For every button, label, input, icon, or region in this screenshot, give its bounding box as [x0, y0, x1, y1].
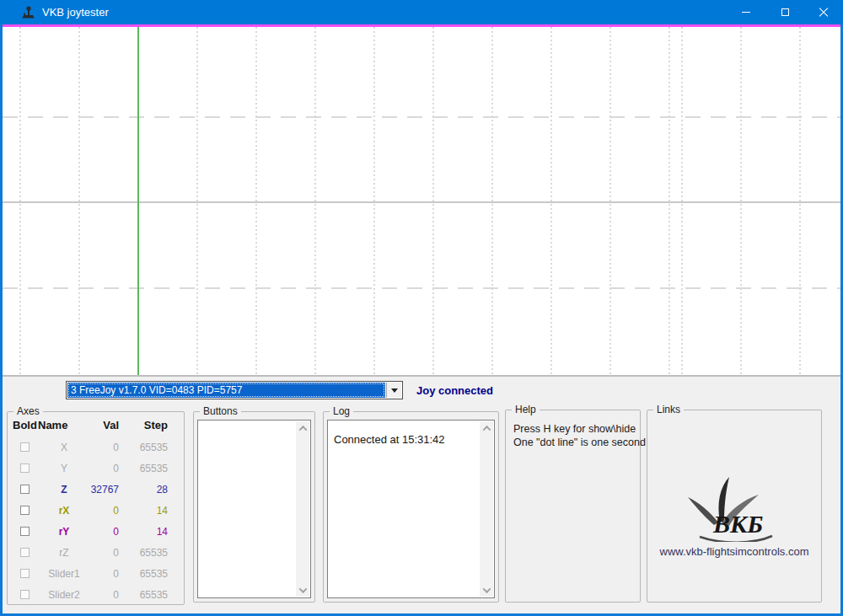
logo-text: ВКБ	[712, 510, 763, 538]
axis-row-rz: rZ 0 65535	[13, 542, 175, 563]
axis-value: 0	[90, 463, 119, 474]
minimize-icon	[742, 12, 750, 13]
axes-groupbox-title: Axes	[13, 405, 43, 418]
axis-value: 0	[90, 547, 119, 559]
device-select[interactable]: 3 FreeJoy v1.7.0 VID=0483 PID=5757	[66, 381, 403, 399]
axis-value: 32767	[90, 484, 119, 495]
grid-hline-solid	[3, 201, 840, 203]
column-header-bold: Bold	[13, 419, 38, 431]
time-cursor	[137, 27, 139, 375]
bold-checkbox[interactable]	[20, 527, 30, 536]
device-select-value[interactable]: 3 FreeJoy v1.7.0 VID=0483 PID=5757	[67, 383, 385, 398]
log-entry: Connected at 15:31:42	[334, 433, 445, 446]
grid-hline-dashed	[3, 287, 840, 289]
axis-step: 65535	[119, 589, 168, 601]
log-listbox[interactable]: Connected at 15:31:42	[327, 420, 495, 598]
control-panel: 3 FreeJoy v1.7.0 VID=0483 PID=5757 Joy c…	[0, 377, 843, 613]
bold-checkbox[interactable]	[20, 569, 30, 578]
website-link[interactable]: www.vkb-flightsimcontrols.com	[647, 545, 821, 558]
help-groupbox: Help Press H key for show\hide One "dot …	[505, 410, 641, 603]
bold-checkbox[interactable]	[20, 463, 30, 473]
window-border-left	[0, 24, 3, 616]
axis-name: rY	[38, 526, 90, 538]
log-groupbox-title: Log	[330, 405, 353, 418]
axis-step: 28	[119, 484, 168, 495]
close-button[interactable]	[804, 0, 843, 24]
minimize-button[interactable]	[727, 0, 765, 24]
axis-name: Slider2	[38, 589, 90, 601]
axis-row-rx: rX 0 14	[13, 500, 175, 521]
axis-step: 65535	[119, 547, 168, 559]
grid-hline-dashed	[3, 116, 840, 118]
column-header-name: Name	[38, 419, 90, 431]
window-controls	[727, 0, 843, 24]
axes-groupbox: Axes Bold Name Val Step X 0 65535 Y 0	[7, 411, 185, 605]
chevron-up-icon	[298, 425, 307, 433]
buttons-listbox[interactable]	[197, 420, 311, 598]
axis-row-slider1: Slider1 0 65535	[13, 563, 175, 584]
buttons-groupbox: Buttons	[193, 411, 315, 603]
bold-checkbox[interactable]	[20, 590, 30, 599]
axis-row-slider2: Slider2 0 65535	[13, 584, 175, 605]
axis-value: 0	[90, 589, 119, 601]
chevron-down-icon	[482, 585, 491, 593]
axis-name: rX	[38, 505, 90, 517]
axis-name: Y	[38, 463, 90, 474]
bold-checkbox[interactable]	[20, 485, 30, 494]
axis-name: Z	[38, 484, 90, 495]
log-scrollbar[interactable]	[480, 421, 493, 597]
column-header-val: Val	[90, 419, 119, 431]
vkb-logo: ВКБ	[671, 474, 797, 542]
close-icon	[819, 8, 829, 18]
axis-row-x: X 0 65535	[13, 437, 175, 458]
axes-table-rows: X 0 65535 Y 0 65535 Z 32767 28	[13, 437, 175, 605]
links-groupbox: Links ВКБ www.vkb-flightsimcontrols.com	[647, 410, 822, 603]
axes-graph-plot	[3, 27, 840, 375]
maximize-button[interactable]	[765, 0, 804, 24]
help-text-line1: Press H key for show\hide	[513, 423, 636, 435]
axis-value: 0	[90, 505, 119, 517]
device-select-dropdown-button[interactable]	[386, 383, 401, 398]
chevron-down-icon	[391, 388, 398, 396]
axes-table-header: Bold Name Val Step	[13, 419, 175, 431]
axis-name: Slider1	[38, 568, 90, 580]
axis-row-ry: rY 0 14	[13, 521, 175, 542]
buttons-groupbox-title: Buttons	[200, 405, 241, 418]
bold-checkbox[interactable]	[20, 442, 30, 452]
help-text-line2: One "dot line" is one second	[513, 437, 646, 448]
scroll-down-button[interactable]	[480, 583, 493, 597]
maximize-icon	[781, 8, 789, 16]
axis-value: 0	[90, 568, 119, 580]
chevron-down-icon	[298, 585, 307, 593]
axis-value: 0	[90, 526, 119, 538]
bold-checkbox[interactable]	[20, 506, 30, 515]
log-groupbox: Log Connected at 15:31:42	[323, 411, 499, 603]
window-title: VKB joytester	[42, 0, 109, 24]
chevron-up-icon	[482, 425, 491, 433]
buttons-scrollbar[interactable]	[296, 421, 309, 597]
axis-step: 14	[119, 526, 168, 538]
scroll-up-button[interactable]	[480, 421, 493, 435]
axis-row-y: Y 0 65535	[13, 458, 175, 479]
titlebar: VKB joytester	[0, 0, 843, 24]
links-groupbox-title: Links	[653, 404, 684, 416]
column-header-step: Step	[119, 419, 168, 431]
axis-step: 65535	[119, 442, 168, 453]
axis-step: 65535	[119, 568, 168, 580]
app-window: VKB joytester 3 FreeJoy v1.7.0 VID=0483 …	[0, 0, 843, 616]
axis-row-z: Z 32767 28	[13, 479, 175, 500]
connection-status: Joy connected	[416, 384, 493, 397]
axis-value: 0	[90, 442, 119, 453]
axis-step: 65535	[119, 463, 168, 474]
bold-checkbox[interactable]	[20, 548, 30, 557]
scroll-up-button[interactable]	[296, 421, 309, 435]
scroll-down-button[interactable]	[296, 583, 309, 597]
joystick-icon	[21, 5, 35, 19]
help-groupbox-title: Help	[512, 404, 540, 416]
axis-name: X	[38, 442, 90, 453]
axis-step: 14	[119, 505, 168, 517]
axis-name: rZ	[38, 547, 90, 559]
